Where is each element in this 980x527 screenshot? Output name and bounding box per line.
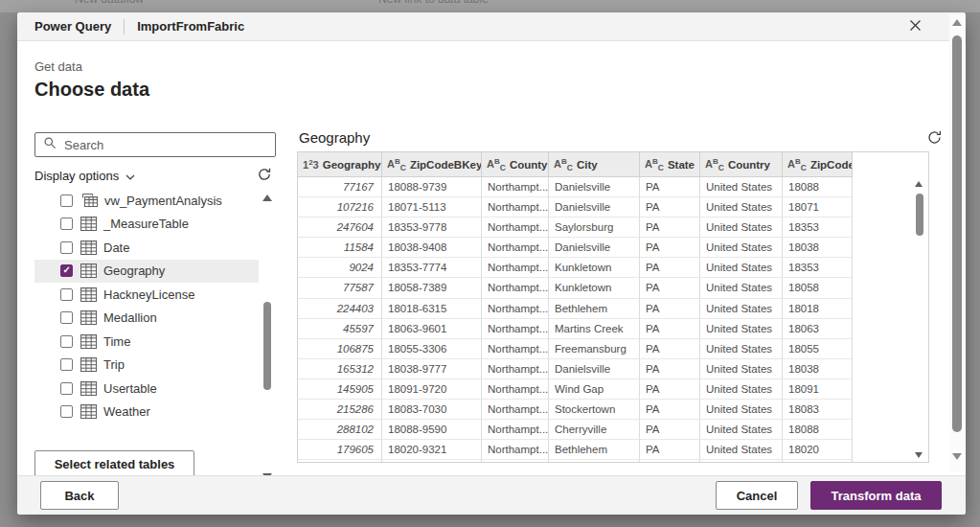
table-icon — [80, 264, 97, 278]
checkbox[interactable] — [60, 335, 73, 348]
table-row-partial — [298, 460, 853, 462]
table-icon — [80, 310, 97, 325]
cell — [640, 460, 700, 462]
column-header-County[interactable]: ABCCounty — [482, 152, 549, 176]
cell: United States — [700, 359, 783, 379]
item-label: HackneyLicense — [103, 287, 194, 302]
checkbox[interactable] — [60, 241, 73, 254]
checkbox[interactable] — [60, 288, 73, 301]
cell: PA — [640, 238, 700, 258]
column-header-GeographyID[interactable]: 123GeographyID — [298, 152, 382, 176]
column-name: State — [668, 159, 695, 171]
cell: United States — [700, 299, 783, 319]
table-icon — [80, 334, 97, 349]
checkbox[interactable] — [60, 218, 73, 230]
sidebar-item-Medallion[interactable]: Medallion — [34, 307, 259, 331]
cell: 179605 — [298, 440, 382, 460]
sidebar-item-_MeasureTable[interactable]: _MeasureTable — [34, 213, 259, 237]
scroll-down-arrow[interactable] — [952, 453, 962, 460]
cell: 18020 — [783, 440, 853, 460]
column-header-Country[interactable]: ABCCountry — [700, 152, 783, 176]
cell: 18055-3306 — [382, 339, 482, 359]
cell: Northampt... — [482, 440, 549, 460]
cell: 18088-9739 — [382, 177, 482, 197]
refresh-tables-icon[interactable] — [257, 167, 272, 186]
cell: Northampt... — [482, 339, 549, 359]
checkbox[interactable] — [60, 311, 73, 324]
cell: 18071-5113 — [382, 197, 482, 218]
checkbox[interactable] — [60, 264, 73, 277]
sidebar-scrollbar[interactable] — [261, 189, 274, 515]
cell: PA — [640, 218, 700, 238]
checkbox[interactable] — [60, 382, 73, 395]
table-icon — [80, 287, 97, 302]
cell: United States — [700, 440, 783, 460]
column-header-ZipCodeBKey[interactable]: ABCZipCodeBKey — [382, 152, 482, 176]
scrollbar-thumb[interactable] — [916, 194, 923, 236]
sidebar-item-Geography[interactable]: Geography — [34, 260, 259, 284]
column-header-City[interactable]: ABCCity — [549, 152, 640, 176]
table-row: 28810218088-9590Northampt...CherryvilleP… — [298, 420, 853, 440]
table-icon — [80, 404, 97, 419]
transform-data-button[interactable]: Transform data — [810, 481, 942, 510]
cell: Danielsville — [549, 177, 640, 197]
cell: 77167 — [298, 177, 382, 197]
column-header-State[interactable]: ABCState — [640, 152, 700, 176]
cancel-button[interactable]: Cancel — [716, 481, 798, 510]
sidebar-item-HackneyLicense[interactable]: HackneyLicense — [34, 283, 259, 307]
cell: United States — [700, 420, 783, 440]
sidebar-item-Date[interactable]: Date — [34, 236, 259, 260]
refresh-preview-icon[interactable] — [926, 129, 943, 149]
cell: PA — [640, 359, 700, 379]
sidebar-item-Trip[interactable]: Trip — [34, 354, 259, 378]
cell: Freemansburg — [549, 339, 640, 359]
column-name: ZipCode — [810, 159, 853, 171]
item-label: vw_PaymentAnalysis — [104, 194, 222, 208]
display-options-toggle[interactable]: Display options — [34, 169, 135, 183]
search-input[interactable] — [62, 137, 275, 153]
cell: 18063 — [783, 319, 853, 339]
scrollbar-thumb[interactable] — [952, 35, 962, 432]
cell: Martins Creek — [549, 319, 640, 339]
scroll-up-arrow[interactable] — [952, 19, 962, 26]
table-row: 10721618071-5113Northampt...Danielsville… — [298, 197, 853, 218]
item-label: _MeasureTable — [103, 217, 189, 231]
sidebar-item-Usertable[interactable]: Usertable — [34, 377, 259, 401]
cell: 18088-9590 — [382, 420, 482, 440]
checkbox[interactable] — [60, 195, 73, 207]
background-text-fragment: New link to data table — [378, 0, 489, 6]
checkbox[interactable] — [60, 405, 73, 418]
sidebar-item-vw_PaymentAnalysis[interactable]: vw_PaymentAnalysis — [34, 189, 259, 213]
text-type-icon: ABC — [554, 157, 573, 172]
scrollbar-thumb[interactable] — [263, 302, 271, 390]
cell: Cherryville — [549, 420, 640, 440]
close-button[interactable] — [900, 12, 929, 41]
cell: United States — [700, 258, 783, 278]
scroll-up-arrow[interactable] — [262, 195, 272, 201]
scroll-up-arrow[interactable] — [915, 181, 923, 187]
cell: Bethlehem — [549, 440, 640, 460]
preview-panel: Geography 123GeographyIDABCZipCodeBKeyAB… — [297, 127, 946, 463]
column-name: County — [510, 159, 548, 171]
cell: 18353-7774 — [382, 258, 482, 278]
cell: 45597 — [298, 319, 382, 339]
checkbox[interactable] — [60, 358, 73, 371]
sidebar-item-Time[interactable]: Time — [34, 330, 259, 354]
column-header-ZipCode[interactable]: ABCZipCode — [783, 152, 853, 176]
sidebar-item-Weather[interactable]: Weather — [34, 401, 259, 424]
cell: 18038 — [783, 238, 853, 258]
cell — [382, 460, 482, 462]
table-row: 10687518055-3306Northampt...Freemansburg… — [298, 339, 853, 359]
dialog-scrollbar[interactable] — [949, 14, 965, 472]
cell: PA — [640, 258, 700, 278]
chevron-down-icon — [125, 169, 135, 183]
select-related-tables-button[interactable]: Select related tables — [34, 450, 194, 477]
cell: 224403 — [298, 299, 382, 319]
back-button[interactable]: Back — [40, 481, 119, 510]
table-scrollbar[interactable] — [911, 177, 928, 462]
cell: PA — [640, 299, 700, 319]
cell: United States — [700, 218, 783, 238]
text-type-icon: ABC — [645, 157, 664, 172]
cell: Northampt... — [482, 278, 549, 298]
scroll-down-arrow[interactable] — [915, 452, 923, 458]
